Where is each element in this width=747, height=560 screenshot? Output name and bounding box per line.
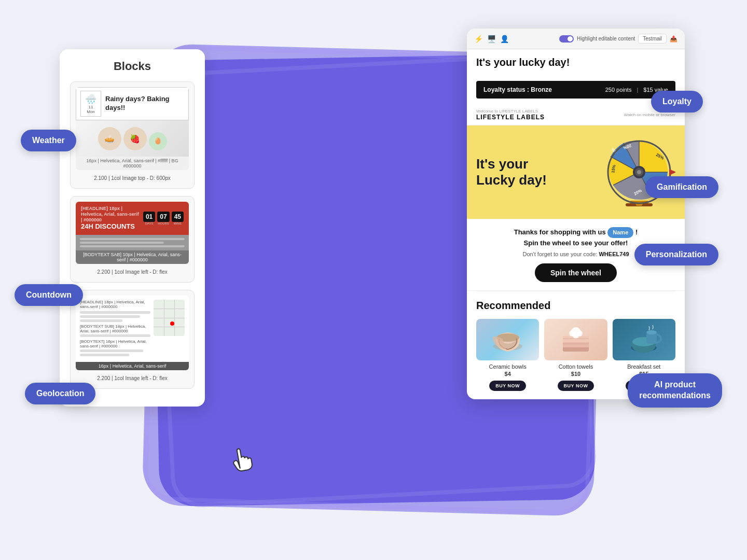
food-img-1: 🥧	[98, 127, 121, 150]
weather-block-inner: 🌧️ 11 Mon Rainy days? Baking days!! 🥧 🍓 …	[76, 87, 189, 170]
browser-left-icons: ⚡ 🖥️ 👤	[474, 35, 509, 43]
product-image-2	[544, 319, 607, 360]
bubble-personalization: Personalization	[634, 244, 718, 265]
highlight-toggle[interactable]	[559, 35, 574, 43]
name-badge: Name	[607, 227, 633, 238]
highlight-toggle-container[interactable]: Highlight editable content	[559, 35, 635, 43]
days-label: DAYS	[143, 222, 155, 225]
cotton-towel-img	[544, 319, 607, 360]
bubble-geolocation: Geolocation	[25, 383, 95, 404]
food-img-2: 🍓	[123, 127, 147, 150]
countdown-block-inner: [HEADLINE] 18px | Helvetica, Arial, sans…	[76, 202, 189, 264]
product-name-3: Breakfast set	[613, 363, 675, 370]
buy-button-2[interactable]: BUY NOW	[558, 381, 594, 391]
countdown-body	[76, 235, 189, 250]
geo-map	[154, 300, 185, 336]
countdown-label: 2.200 | 1col Image left - D: flex	[76, 267, 189, 277]
svg-point-29	[573, 332, 579, 339]
countdown-header: [HEADLINE] 18px | Helvetica, Arial, sans…	[76, 202, 189, 235]
geo-content: [HEADLINE] 18px | Helvetica, Arial, sans…	[76, 296, 189, 362]
spin-wheel-button[interactable]: Spin the wheel	[535, 263, 617, 282]
geo-meta-1: [HEADLINE] 18px | Helvetica, Arial, sans…	[80, 300, 150, 309]
user-icon: 👤	[500, 35, 509, 43]
promo-code: WHEEL749	[599, 251, 629, 257]
geo-text-area: [HEADLINE] 18px | Helvetica, Arial, sans…	[80, 300, 150, 358]
email-brand-bar: Welcome to LIFESTYLE LABELS LIFESTYLE LA…	[467, 105, 685, 125]
product-price-2: $10	[544, 371, 607, 377]
map-pin	[170, 321, 174, 326]
email-title: It's your lucky day!	[476, 57, 675, 68]
loyalty-status: Loyalty status : Bronze	[483, 86, 552, 93]
spin-subtext: Spin the wheel to see your offer!	[524, 239, 628, 247]
share-icon[interactable]: 📤	[670, 35, 677, 43]
hours-label: HOURS	[157, 222, 169, 225]
weather-block-card: 🌧️ 11 Mon Rainy days? Baking days!! 🥧 🍓 …	[70, 81, 195, 189]
geo-label: 2.200 | 1col Image left - D: flex	[76, 373, 189, 383]
svg-marker-20	[669, 169, 675, 175]
browser-chrome: ⚡ 🖥️ 👤 Highlight editable content Testma…	[467, 29, 685, 49]
timer-days: 01 DAYS	[143, 212, 155, 225]
brand-left: Welcome to LIFESTYLE LABELS LIFESTYLE LA…	[476, 109, 545, 121]
countdown-meta: [BODYTEXT SAB] 10px | Helvetica, Arial, …	[76, 250, 189, 264]
bubble-loyalty: Loyalty	[651, 91, 703, 113]
weather-block-header: 🌧️ 11 Mon Rainy days? Baking days!!	[76, 87, 189, 120]
geo-meta-bar: 16px | Helvetica, Arial, sans-serif	[76, 362, 189, 370]
weather-headline: Rainy days? Baking days!!	[105, 95, 184, 113]
blocks-panel: Blocks 🌧️ 11 Mon Rainy days? Baking days…	[60, 49, 205, 407]
weather-meta: 16px | Helvetica, Arial, sans-serif | #f…	[76, 157, 189, 170]
bubble-gamification: Gamification	[645, 176, 718, 198]
geo-meta-3: [BODYTEXT] 16px | Helvetica, Arial, sans…	[80, 339, 150, 348]
countdown-title: [HEADLINE] 18px | Helvetica, Arial, sans…	[81, 206, 139, 231]
weather-food-image: 🥧 🍓 🥚	[76, 120, 189, 157]
monitor-icon: 🖥️	[487, 35, 496, 43]
product-image-3	[613, 319, 675, 360]
product-image-1	[476, 319, 539, 360]
ceramic-bowl-img	[476, 319, 539, 360]
product-card-2: Cotton towels $10 BUY NOW	[544, 319, 607, 391]
countdown-block-card: [HEADLINE] 18px | Helvetica, Arial, sans…	[70, 196, 195, 283]
product-card-1: Ceramic bowls $4 BUY NOW	[476, 319, 539, 391]
svg-point-35	[646, 330, 657, 334]
testmail-button[interactable]: Testmail	[638, 34, 667, 44]
buy-button-1[interactable]: BUY NOW	[489, 381, 526, 391]
bubble-ai-recommendations: AI productrecommendations	[628, 373, 722, 408]
email-panel: ⚡ 🖥️ 👤 Highlight editable content Testma…	[467, 29, 685, 399]
brand-name: LIFESTYLE LABELS	[476, 114, 545, 121]
watch-link: Watch on mobile or browser	[624, 113, 675, 117]
product-name-1: Ceramic bowls	[476, 363, 539, 370]
days-value: 01	[143, 212, 155, 222]
lucky-section: It's your Lucky day!	[467, 125, 685, 219]
cloud-rain-icon: 🌧️	[85, 94, 96, 104]
email-header: It's your lucky day!	[467, 49, 685, 81]
geo-block-inner: [HEADLINE] 18px | Helvetica, Arial, sans…	[76, 296, 189, 370]
bubble-weather: Weather	[21, 130, 76, 151]
lucky-text: It's your Lucky day!	[476, 156, 598, 188]
geo-meta-2: [BODYTEXT SUB] 18px | Helvetica, Arial, …	[80, 324, 150, 333]
thanks-after: !	[635, 228, 638, 236]
thanks-before: Thanks for shopping with us	[514, 228, 606, 236]
geo-block-card: [HEADLINE] 18px | Helvetica, Arial, sans…	[70, 290, 195, 389]
weather-label: 2.100 | 1col Image top - D: 600px	[76, 173, 189, 183]
bubble-countdown: Countdown	[15, 284, 83, 306]
mins-value: 45	[172, 212, 184, 222]
loyalty-points-value: 250 points	[605, 87, 632, 93]
mins-label: MINS	[172, 222, 184, 225]
product-name-2: Cotton towels	[544, 363, 607, 370]
lucky-headline-line2: Lucky day!	[476, 172, 598, 188]
recommended-title: Recommended	[476, 300, 675, 312]
hours-value: 07	[157, 212, 169, 222]
brand-welcome: Welcome to LIFESTYLE LABELS	[476, 109, 545, 114]
countdown-timers: 01 DAYS 07 HOURS 45 MINS	[143, 212, 184, 225]
browser-right-controls: Highlight editable content Testmail 📤	[559, 34, 677, 44]
breakfast-set-img	[613, 319, 675, 360]
loyalty-bar: Loyalty status : Bronze 250 points | $15…	[476, 81, 675, 99]
timer-hours: 07 HOURS	[157, 212, 169, 225]
timer-mins: 45 MINS	[172, 212, 184, 225]
weather-icon-box: 🌧️ 11 Mon	[80, 91, 101, 117]
blocks-panel-title: Blocks	[70, 60, 195, 73]
product-price-1: $4	[476, 371, 539, 377]
lightning-icon: ⚡	[474, 35, 483, 43]
food-img-3: 🥚	[149, 132, 167, 150]
countdown-discount-text: 24H DISCOUNTS	[81, 222, 139, 231]
highlight-label: Highlight editable content	[577, 36, 635, 41]
